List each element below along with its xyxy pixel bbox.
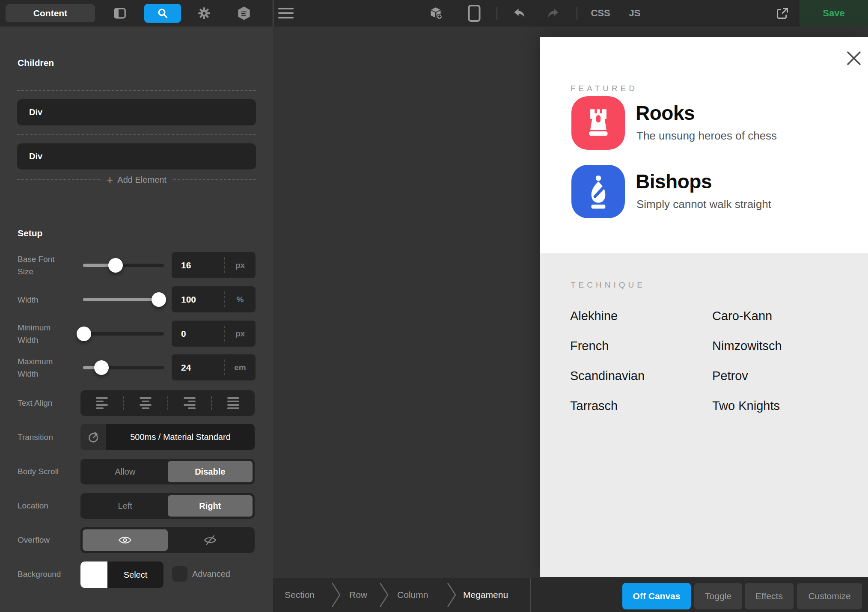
technique-link[interactable]: Nimzowitsch (712, 339, 782, 353)
align-right-button[interactable] (168, 390, 211, 416)
minimum-width-unit: px (225, 321, 256, 347)
transition-value: 500ms / Material Standard (106, 424, 255, 450)
undo-button[interactable] (511, 6, 527, 21)
base-font-size-value: 16 (181, 252, 191, 278)
location-right-option[interactable]: Right (168, 495, 253, 517)
breadcrumb-row[interactable]: Row (349, 589, 367, 601)
undo-icon (511, 5, 527, 22)
phone-icon (467, 5, 482, 22)
add-element-button[interactable]: + Add Element (17, 174, 256, 186)
overflow-hidden-option[interactable] (168, 529, 253, 551)
child-element-div-2[interactable]: Div (17, 143, 256, 169)
settings-button[interactable] (196, 6, 212, 21)
base-font-size-slider[interactable] (83, 264, 164, 267)
location-segmented: Left Right (80, 493, 255, 519)
background-advanced-checkbox[interactable] (172, 566, 187, 582)
minimum-width-slider-knob[interactable] (77, 327, 91, 341)
overflow-visible-option[interactable] (83, 529, 168, 551)
technique-link[interactable]: Two Knights (712, 398, 780, 413)
off-canvas-tab[interactable]: Off Canvas (622, 583, 691, 609)
breadcrumb-chevron-icon (379, 583, 389, 607)
cube-plus-icon (428, 4, 443, 23)
rooks-icon-tile[interactable] (571, 96, 625, 150)
add-element-toolbar-button[interactable] (428, 6, 443, 21)
featured-item-subtitle: Simply cannot walk straight (636, 198, 771, 211)
css-button[interactable]: CSS (579, 0, 622, 27)
technique-link[interactable]: Tarrasch (570, 398, 618, 413)
app: Content (0, 0, 868, 612)
save-button[interactable]: Save (800, 0, 868, 27)
dash-right (173, 179, 256, 180)
technique-section: TECHNIQUE Alekhine French Scandinavian T… (540, 253, 868, 577)
location-left-option[interactable]: Left (83, 495, 168, 517)
base-font-size-input[interactable]: 16 px (172, 252, 256, 278)
minimum-width-input[interactable]: 0 px (172, 321, 256, 347)
device-preview-button[interactable] (467, 6, 482, 21)
width-unit: % (225, 286, 256, 312)
child-element-label: Div (29, 152, 42, 161)
technique-link[interactable]: Alekhine (570, 309, 618, 323)
body-scroll-disable-option[interactable]: Disable (168, 461, 253, 482)
breadcrumb-megamenu[interactable]: Megamenu (463, 589, 508, 601)
featured-item-subtitle: The unsung heroes of chess (636, 129, 777, 142)
megamenu-close-button[interactable] (847, 51, 861, 65)
align-left-button[interactable] (80, 390, 123, 416)
technique-link[interactable]: Caro-Kann (712, 309, 772, 323)
bottom-bar-divider (530, 578, 531, 612)
transition-icon-zone (80, 424, 106, 450)
breadcrumb-chevron-icon (331, 583, 341, 607)
js-button[interactable]: JS (618, 0, 652, 27)
base-font-size-slider-knob[interactable] (108, 258, 123, 273)
align-left-icon (96, 395, 108, 411)
redo-icon (546, 5, 561, 22)
background-label: Background (18, 568, 61, 580)
width-slider-knob[interactable] (152, 292, 166, 307)
base-font-size-label: Base Font Size (18, 253, 55, 278)
search-button[interactable] (144, 4, 181, 23)
open-preview-button[interactable] (775, 6, 790, 21)
align-justify-button[interactable] (212, 390, 255, 416)
toolbar-mini-divider-2 (577, 7, 577, 20)
bishop-icon (580, 173, 617, 210)
breadcrumb-section[interactable]: Section (285, 589, 315, 601)
transition-control[interactable]: 500ms / Material Standard (80, 424, 255, 450)
child-element-div-1[interactable]: Div (17, 99, 256, 125)
maximum-width-slider-knob[interactable] (94, 360, 109, 375)
background-color-swatch[interactable] (80, 561, 107, 588)
effects-tab[interactable]: Effects (745, 583, 794, 609)
redo-button[interactable] (546, 6, 561, 21)
breadcrumb-column[interactable]: Column (397, 589, 428, 601)
align-center-icon (140, 395, 152, 411)
layers-button[interactable] (236, 6, 252, 21)
body-scroll-allow-option[interactable]: Allow (83, 461, 168, 482)
featured-heading: FEATURED (571, 83, 638, 94)
width-input[interactable]: 100 % (172, 286, 256, 312)
gear-icon (196, 6, 212, 21)
text-align-group (80, 390, 255, 416)
technique-link[interactable]: Petrov (712, 368, 748, 383)
maximum-width-value: 24 (181, 354, 191, 380)
bishops-icon-tile[interactable] (571, 165, 625, 218)
dash-left (17, 179, 100, 180)
background-select-button[interactable]: Select (107, 561, 163, 588)
minimum-width-label: Minimum Width (18, 321, 51, 346)
featured-item-title[interactable]: Bishops (636, 171, 712, 192)
stopwatch-icon (87, 431, 100, 443)
menu-button[interactable] (278, 6, 294, 21)
maximum-width-input[interactable]: 24 em (172, 354, 256, 380)
search-icon (155, 6, 170, 21)
transition-label: Transition (18, 431, 53, 443)
megamenu-panel: FEATURED Rooks The unsung heroes of ches… (540, 37, 868, 577)
sidebar-toggle-button[interactable] (112, 6, 128, 21)
technique-link[interactable]: Scandinavian (570, 368, 645, 383)
customize-tab[interactable]: Customize (797, 583, 862, 609)
breadcrumb-chevron-icon (447, 583, 456, 607)
featured-item-title[interactable]: Rooks (636, 102, 695, 124)
technique-link[interactable]: French (570, 339, 609, 353)
technique-heading: TECHNIQUE (571, 280, 645, 290)
minimum-width-slider[interactable] (83, 332, 164, 336)
content-button[interactable]: Content (6, 4, 95, 22)
toggle-tab[interactable]: Toggle (694, 583, 742, 609)
align-center-button[interactable] (124, 390, 167, 416)
inspector-sidebar: Children Div Div + Add Element Setup Bas… (0, 27, 273, 612)
